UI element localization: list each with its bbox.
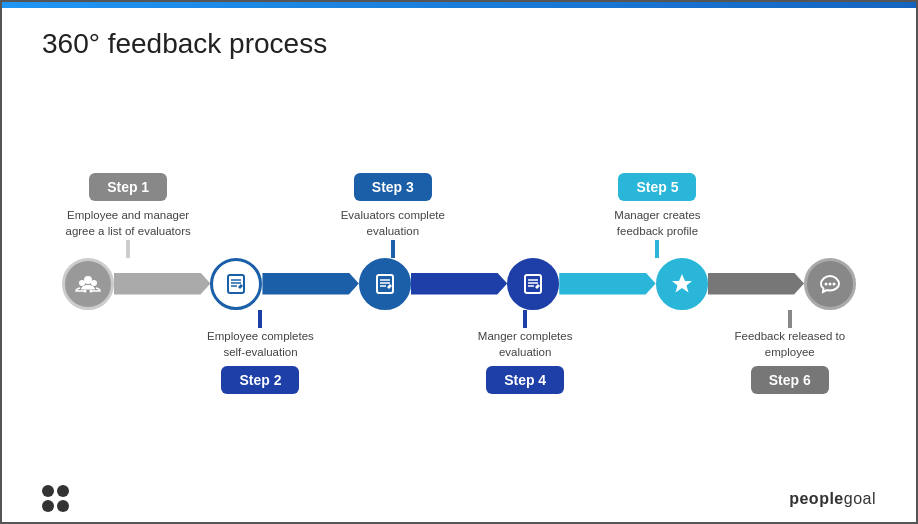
brand-bold: people (789, 490, 844, 507)
step2-bottom-box: Employee completes self-evaluation Step … (195, 310, 325, 394)
step3-header: Step 3 (354, 173, 432, 201)
timeline-row (42, 258, 876, 310)
step6-desc: Feedback released to employee (725, 328, 855, 360)
svg-point-0 (84, 276, 92, 284)
arrow4 (559, 273, 655, 295)
step5-top-box: Step 5 Manager creates feedback profile (592, 173, 722, 257)
arrow5 (708, 273, 804, 295)
dot1 (42, 485, 54, 497)
page-title: 360° feedback process (42, 28, 876, 60)
dot3 (42, 500, 54, 512)
svg-rect-9 (377, 275, 393, 293)
step1-circle (62, 258, 114, 310)
svg-rect-5 (228, 275, 244, 293)
step4-bottom-connector (523, 310, 527, 328)
step2-footer: Step 2 (221, 366, 299, 394)
svg-point-3 (84, 289, 87, 292)
svg-point-18 (825, 282, 828, 285)
arrow3 (411, 273, 507, 295)
brand-name: peoplegoal (789, 490, 876, 508)
svg-point-2 (91, 280, 97, 286)
dot2 (57, 485, 69, 497)
step4-footer: Step 4 (486, 366, 564, 394)
step4-desc: Manger completes evaluation (460, 328, 590, 360)
logo-top-dots (42, 485, 69, 497)
logo-bottom-dots (42, 500, 69, 512)
step6-bottom-box: Feedback released to employee Step 6 (725, 310, 855, 394)
arrow2 (262, 273, 358, 295)
step4-circle (507, 258, 559, 310)
process-area: Step 1 Employee and manager agree a list… (42, 90, 876, 477)
step2-circle (210, 258, 262, 310)
svg-point-20 (833, 282, 836, 285)
brand-light: goal (844, 490, 876, 507)
step1-top-box: Step 1 Employee and manager agree a list… (63, 173, 193, 257)
bottom-labels-row: Employee completes self-evaluation Step … (42, 310, 876, 394)
svg-point-4 (90, 289, 93, 292)
step3-top-box: Step 3 Evaluators complete evaluation (328, 173, 458, 257)
svg-rect-13 (525, 275, 541, 293)
svg-marker-17 (672, 274, 692, 293)
footer-logo (42, 485, 69, 512)
dot4 (57, 500, 69, 512)
step1-connector (126, 240, 130, 258)
step3-circle (359, 258, 411, 310)
step1-header: Step 1 (89, 173, 167, 201)
step3-connector (391, 240, 395, 258)
step4-bottom-box: Manger completes evaluation Step 4 (460, 310, 590, 394)
top-labels-row: Step 1 Employee and manager agree a list… (42, 173, 876, 257)
step6-circle (804, 258, 856, 310)
page-footer: peoplegoal (42, 477, 876, 512)
step6-bottom-connector (788, 310, 792, 328)
svg-point-19 (829, 282, 832, 285)
step3-desc: Evaluators complete evaluation (328, 207, 458, 239)
step6-footer: Step 6 (751, 366, 829, 394)
svg-point-1 (79, 280, 85, 286)
step5-desc: Manager creates feedback profile (592, 207, 722, 239)
step2-bottom-connector (258, 310, 262, 328)
arrow1 (114, 273, 210, 295)
step5-header: Step 5 (618, 173, 696, 201)
step1-desc: Employee and manager agree a list of eva… (63, 207, 193, 239)
main-container: 360° feedback process Step 1 Employee an… (2, 8, 916, 522)
step2-desc: Employee completes self-evaluation (195, 328, 325, 360)
step5-connector (655, 240, 659, 258)
step5-circle (656, 258, 708, 310)
